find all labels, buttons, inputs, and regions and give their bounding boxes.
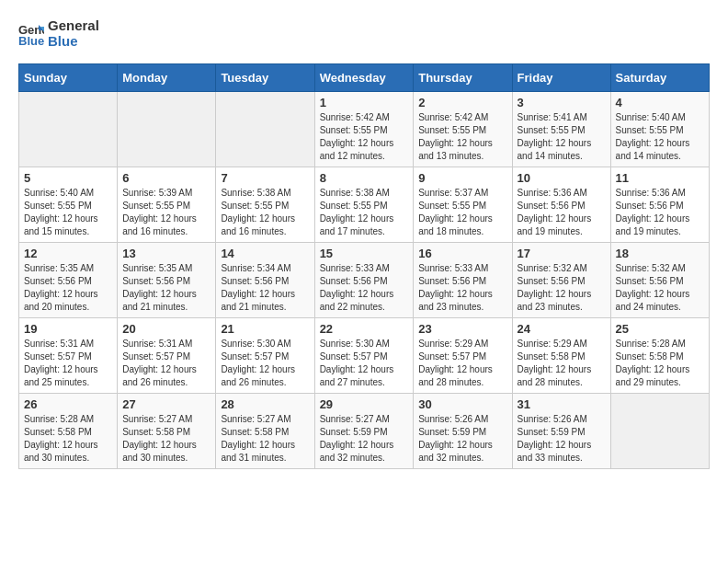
day-number: 4 xyxy=(616,96,704,109)
day-info: Sunrise: 5:30 AMSunset: 5:57 PMDaylight:… xyxy=(320,338,409,389)
day-number: 19 xyxy=(24,322,112,336)
day-info: Sunrise: 5:42 AMSunset: 5:55 PMDaylight:… xyxy=(418,111,506,163)
day-info: Sunrise: 5:28 AMSunset: 5:58 PMDaylight:… xyxy=(616,338,704,389)
svg-text:Blue: Blue xyxy=(18,34,44,47)
calendar-cell: 25Sunrise: 5:28 AMSunset: 5:58 PMDayligh… xyxy=(610,318,709,394)
day-info: Sunrise: 5:35 AMSunset: 5:56 PMDaylight:… xyxy=(122,262,210,314)
day-number: 27 xyxy=(122,397,210,411)
calendar-cell: 1Sunrise: 5:42 AMSunset: 5:55 PMDaylight… xyxy=(314,92,414,167)
day-info: Sunrise: 5:35 AMSunset: 5:56 PMDaylight:… xyxy=(24,262,112,314)
day-number: 16 xyxy=(418,247,506,260)
day-info: Sunrise: 5:36 AMSunset: 5:56 PMDaylight:… xyxy=(518,187,606,238)
calendar-cell: 4Sunrise: 5:40 AMSunset: 5:55 PMDaylight… xyxy=(610,92,709,167)
calendar-cell: 5Sunrise: 5:40 AMSunset: 5:55 PMDaylight… xyxy=(19,167,118,243)
calendar-cell: 28Sunrise: 5:27 AMSunset: 5:58 PMDayligh… xyxy=(216,394,314,469)
day-number: 15 xyxy=(320,247,409,260)
logo-blue: Blue xyxy=(48,33,78,49)
day-number: 7 xyxy=(221,171,309,185)
day-info: Sunrise: 5:40 AMSunset: 5:55 PMDaylight:… xyxy=(24,187,112,238)
day-info: Sunrise: 5:34 AMSunset: 5:56 PMDaylight:… xyxy=(221,262,309,314)
day-number: 11 xyxy=(616,171,704,185)
calendar-cell: 3Sunrise: 5:41 AMSunset: 5:55 PMDaylight… xyxy=(512,92,610,167)
day-number: 22 xyxy=(320,322,409,336)
calendar-cell: 19Sunrise: 5:31 AMSunset: 5:57 PMDayligh… xyxy=(19,318,118,394)
day-info: Sunrise: 5:32 AMSunset: 5:56 PMDaylight:… xyxy=(518,262,606,314)
calendar-cell: 14Sunrise: 5:34 AMSunset: 5:56 PMDayligh… xyxy=(216,243,314,318)
day-number: 17 xyxy=(518,247,606,260)
day-header-wednesday: Wednesday xyxy=(314,64,414,92)
calendar-cell xyxy=(118,92,216,167)
day-info: Sunrise: 5:27 AMSunset: 5:59 PMDaylight:… xyxy=(320,413,409,465)
calendar-cell xyxy=(19,92,118,167)
day-header-thursday: Thursday xyxy=(414,64,512,92)
calendar-cell: 31Sunrise: 5:26 AMSunset: 5:59 PMDayligh… xyxy=(512,394,610,469)
day-number: 6 xyxy=(122,171,210,185)
day-number: 10 xyxy=(518,171,606,185)
day-info: Sunrise: 5:33 AMSunset: 5:56 PMDaylight:… xyxy=(320,262,409,314)
days-header-row: SundayMondayTuesdayWednesdayThursdayFrid… xyxy=(19,64,710,92)
day-info: Sunrise: 5:37 AMSunset: 5:55 PMDaylight:… xyxy=(418,187,506,238)
calendar-cell: 15Sunrise: 5:33 AMSunset: 5:56 PMDayligh… xyxy=(314,243,414,318)
calendar-cell: 20Sunrise: 5:31 AMSunset: 5:57 PMDayligh… xyxy=(118,318,216,394)
week-row-1: 1Sunrise: 5:42 AMSunset: 5:55 PMDaylight… xyxy=(19,92,710,167)
day-info: Sunrise: 5:31 AMSunset: 5:57 PMDaylight:… xyxy=(122,338,210,389)
day-number: 9 xyxy=(418,171,506,185)
calendar-cell: 10Sunrise: 5:36 AMSunset: 5:56 PMDayligh… xyxy=(512,167,610,243)
day-number: 21 xyxy=(221,322,309,336)
day-number: 5 xyxy=(24,171,112,185)
day-info: Sunrise: 5:28 AMSunset: 5:58 PMDaylight:… xyxy=(24,413,112,465)
day-info: Sunrise: 5:41 AMSunset: 5:55 PMDaylight:… xyxy=(518,111,606,163)
day-header-tuesday: Tuesday xyxy=(216,64,314,92)
day-number: 23 xyxy=(418,322,506,336)
calendar-cell xyxy=(610,394,709,469)
day-number: 29 xyxy=(320,397,409,411)
calendar-cell: 11Sunrise: 5:36 AMSunset: 5:56 PMDayligh… xyxy=(610,167,709,243)
calendar-cell xyxy=(216,92,314,167)
calendar-cell: 18Sunrise: 5:32 AMSunset: 5:56 PMDayligh… xyxy=(610,243,709,318)
day-info: Sunrise: 5:27 AMSunset: 5:58 PMDaylight:… xyxy=(122,413,210,465)
calendar-cell: 24Sunrise: 5:29 AMSunset: 5:58 PMDayligh… xyxy=(512,318,610,394)
day-number: 20 xyxy=(122,322,210,336)
day-number: 30 xyxy=(418,397,506,411)
day-info: Sunrise: 5:27 AMSunset: 5:58 PMDaylight:… xyxy=(221,413,309,465)
logo-general: General xyxy=(48,17,99,33)
day-info: Sunrise: 5:26 AMSunset: 5:59 PMDaylight:… xyxy=(418,413,506,465)
day-info: Sunrise: 5:33 AMSunset: 5:56 PMDaylight:… xyxy=(418,262,506,314)
day-info: Sunrise: 5:38 AMSunset: 5:55 PMDaylight:… xyxy=(221,187,309,238)
day-number: 1 xyxy=(320,96,409,109)
day-number: 14 xyxy=(221,247,309,260)
day-number: 18 xyxy=(616,247,704,260)
day-info: Sunrise: 5:30 AMSunset: 5:57 PMDaylight:… xyxy=(221,338,309,389)
day-number: 2 xyxy=(418,96,506,109)
day-number: 28 xyxy=(221,397,309,411)
day-number: 8 xyxy=(320,171,409,185)
day-number: 26 xyxy=(24,397,112,411)
calendar-cell: 12Sunrise: 5:35 AMSunset: 5:56 PMDayligh… xyxy=(19,243,118,318)
calendar-cell: 13Sunrise: 5:35 AMSunset: 5:56 PMDayligh… xyxy=(118,243,216,318)
day-info: Sunrise: 5:31 AMSunset: 5:57 PMDaylight:… xyxy=(24,338,112,389)
logo: General Blue General Blue xyxy=(18,18,99,49)
day-number: 25 xyxy=(616,322,704,336)
day-info: Sunrise: 5:36 AMSunset: 5:56 PMDaylight:… xyxy=(616,187,704,238)
calendar-cell: 29Sunrise: 5:27 AMSunset: 5:59 PMDayligh… xyxy=(314,394,414,469)
calendar-cell: 16Sunrise: 5:33 AMSunset: 5:56 PMDayligh… xyxy=(414,243,512,318)
day-number: 13 xyxy=(122,247,210,260)
logo-icon: General Blue xyxy=(18,21,44,47)
day-info: Sunrise: 5:39 AMSunset: 5:55 PMDaylight:… xyxy=(122,187,210,238)
day-info: Sunrise: 5:29 AMSunset: 5:57 PMDaylight:… xyxy=(418,338,506,389)
week-row-5: 26Sunrise: 5:28 AMSunset: 5:58 PMDayligh… xyxy=(19,394,710,469)
day-number: 12 xyxy=(24,247,112,260)
calendar-cell: 21Sunrise: 5:30 AMSunset: 5:57 PMDayligh… xyxy=(216,318,314,394)
calendar-cell: 23Sunrise: 5:29 AMSunset: 5:57 PMDayligh… xyxy=(414,318,512,394)
day-header-monday: Monday xyxy=(118,64,216,92)
calendar-cell: 26Sunrise: 5:28 AMSunset: 5:58 PMDayligh… xyxy=(19,394,118,469)
day-info: Sunrise: 5:32 AMSunset: 5:56 PMDaylight:… xyxy=(616,262,704,314)
week-row-3: 12Sunrise: 5:35 AMSunset: 5:56 PMDayligh… xyxy=(19,243,710,318)
calendar-cell: 7Sunrise: 5:38 AMSunset: 5:55 PMDaylight… xyxy=(216,167,314,243)
day-info: Sunrise: 5:40 AMSunset: 5:55 PMDaylight:… xyxy=(616,111,704,163)
day-header-sunday: Sunday xyxy=(19,64,118,92)
day-header-friday: Friday xyxy=(512,64,610,92)
week-row-4: 19Sunrise: 5:31 AMSunset: 5:57 PMDayligh… xyxy=(19,318,710,394)
day-info: Sunrise: 5:26 AMSunset: 5:59 PMDaylight:… xyxy=(518,413,606,465)
day-header-saturday: Saturday xyxy=(610,64,709,92)
